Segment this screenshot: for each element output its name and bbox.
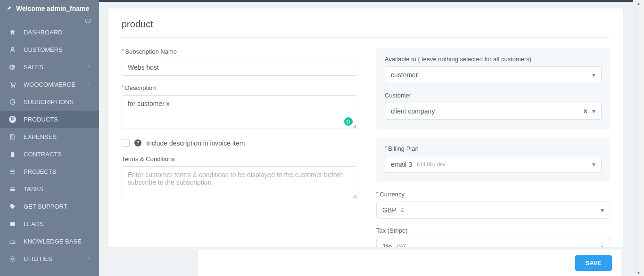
terms-textarea[interactable] — [122, 166, 357, 199]
refresh-icon — [8, 98, 17, 106]
sidebar-item-label: DASHBOARD — [24, 29, 62, 36]
sidebar-item-utilities[interactable]: UTILITIES — [0, 250, 99, 268]
currency-value: GBP — [382, 206, 396, 214]
sidebar-item-label: GET SUPPORT — [24, 203, 67, 210]
scroll-up-icon[interactable]: ▴ — [637, 1, 640, 6]
sidebar-item-label: PROJECTS — [24, 168, 56, 175]
customer-value: client company — [391, 107, 435, 115]
sidebar-item-contracts[interactable]: CONTRACTS — [0, 146, 99, 163]
left-column: Subscription Name Description ? In — [122, 48, 357, 247]
top-strip — [99, 0, 633, 2]
content-card: product Subscription Name Description — [108, 8, 623, 247]
sidebar-item-label: KNOWLEDGE BASE — [24, 238, 82, 245]
currency-select[interactable]: GBP £ ▾ — [376, 202, 610, 219]
caret-down-icon: ▾ — [592, 107, 595, 115]
description-textarea[interactable] — [122, 95, 357, 129]
terms-label: Terms & Conditions — [122, 155, 357, 162]
billing-panel: Billing Plan email 3 £14.00 / day ▾ — [376, 138, 610, 182]
availability-panel: Available to ( leave nothing selected fo… — [376, 48, 610, 129]
gear-icon — [8, 255, 17, 262]
svg-point-1 — [11, 87, 12, 88]
sidebar-item-label: UTILITIES — [24, 255, 52, 262]
svg-rect-3 — [10, 187, 15, 191]
available-to-value: customer — [391, 71, 418, 79]
right-column: Available to ( leave nothing selected fo… — [376, 48, 610, 247]
sidebar-item-label: TASKS — [24, 186, 43, 193]
sidebar-item-label: CUSTOMERS — [24, 46, 63, 53]
billing-plan-select[interactable]: email 3 £14.00 / day ▾ — [385, 156, 602, 173]
caret-down-icon: ▾ — [592, 71, 595, 79]
include-description-row: ? Include description in invoice item — [122, 139, 357, 147]
caret-down-icon: ▾ — [601, 206, 604, 214]
sidebar-item-label: SUBSCRIPTIONS — [24, 98, 74, 106]
sidebar-item-subscriptions[interactable]: SUBSCRIPTIONS — [0, 93, 99, 111]
sidebar-item-knowledge-base[interactable]: KNOWLEDGE BASE — [0, 233, 99, 250]
available-to-label: Available to ( leave nothing selected fo… — [385, 56, 602, 63]
footer-bar: SAVE — [198, 250, 621, 276]
sidebar-item-expenses[interactable]: EXPENSES — [0, 128, 99, 146]
pin-icon — [6, 5, 12, 12]
include-description-checkbox[interactable] — [122, 139, 130, 147]
chevron-left-icon — [87, 64, 91, 71]
doc-icon — [8, 151, 17, 158]
caret-down-icon: ▾ — [592, 161, 595, 168]
sidebar-item-label: LEADS — [24, 220, 44, 227]
chevron-left-icon — [87, 81, 91, 88]
sidebar-item-label: SALES — [24, 64, 43, 71]
sidebar-item-sales[interactable]: SALES — [0, 58, 99, 76]
tax-label: Tax (Stripe) — [376, 227, 610, 234]
clear-icon[interactable]: × — [584, 107, 587, 115]
sidebar-item-customers[interactable]: CUSTOMERS — [0, 41, 99, 58]
folder-icon — [8, 238, 17, 245]
available-to-select[interactable]: customer ▾ — [385, 66, 602, 83]
sidebar-item-label: CONTRACTS — [24, 151, 62, 158]
nav-list: DASHBOARDCUSTOMERSSALESWOOCOMMERCESUBSCR… — [0, 24, 99, 268]
info-icon[interactable]: ? — [134, 139, 141, 146]
file-icon — [8, 133, 17, 140]
leads-icon — [8, 220, 17, 227]
currency-sub: £ — [401, 207, 404, 213]
page-title: product — [122, 19, 610, 38]
svg-rect-5 — [10, 222, 15, 226]
include-description-label: Include description in invoice item — [146, 139, 245, 147]
sidebar-item-woocommerce[interactable]: WOOCOMMERCE — [0, 76, 99, 93]
billing-plan-value: email 3 — [391, 161, 412, 168]
sidebar-item-label: WOOCOMMERCE — [24, 81, 75, 88]
user-icon — [8, 46, 17, 53]
subscription-name-label: Subscription Name — [122, 48, 357, 55]
customer-select[interactable]: client company × ▾ — [385, 103, 602, 120]
customer-label: Customer — [385, 92, 602, 99]
billing-plan-sub: £14.00 / day — [417, 162, 446, 167]
svg-point-0 — [11, 48, 14, 50]
save-button[interactable]: SAVE — [575, 255, 612, 271]
scrollbar[interactable]: ▴ ▾ — [636, 0, 644, 276]
bars-icon — [8, 169, 17, 175]
scale-icon — [8, 64, 17, 71]
description-label: Description — [122, 84, 357, 91]
caret-up-icon: ▴ — [601, 243, 604, 247]
chevron-left-icon — [87, 255, 91, 262]
tax-sub: VAT — [396, 244, 406, 247]
welcome-text: Welcome admin_fname — [16, 5, 89, 12]
sidebar: Welcome admin_fname DASHBOARDCUSTOMERSSA… — [0, 0, 99, 276]
svg-point-2 — [14, 87, 15, 88]
tax-value: 1% — [382, 243, 392, 247]
sidebar-item-products[interactable]: PPRODUCTS — [0, 111, 99, 128]
sidebar-item-leads[interactable]: LEADS — [0, 215, 99, 233]
card-icon — [8, 186, 17, 192]
sidebar-item-projects[interactable]: PROJECTS — [0, 163, 99, 180]
tax-select[interactable]: 1% VAT ▴ — [376, 238, 610, 247]
sidebar-header: Welcome admin_fname — [0, 0, 99, 15]
sidebar-item-tasks[interactable]: TASKS — [0, 180, 99, 198]
sidebar-item-get-support[interactable]: GET SUPPORT — [0, 198, 99, 215]
subscription-name-input[interactable] — [122, 59, 357, 76]
tag-icon — [8, 203, 17, 210]
sidebar-item-label: EXPENSES — [24, 133, 57, 140]
billing-plan-label: Billing Plan — [385, 145, 602, 152]
cart-icon — [8, 81, 17, 88]
home-icon — [8, 29, 17, 36]
sidebar-item-dashboard[interactable]: DASHBOARD — [0, 24, 99, 41]
svg-point-6 — [11, 258, 13, 260]
scroll-down-icon[interactable]: ▾ — [637, 270, 640, 275]
sidebar-item-label: PRODUCTS — [24, 116, 58, 123]
